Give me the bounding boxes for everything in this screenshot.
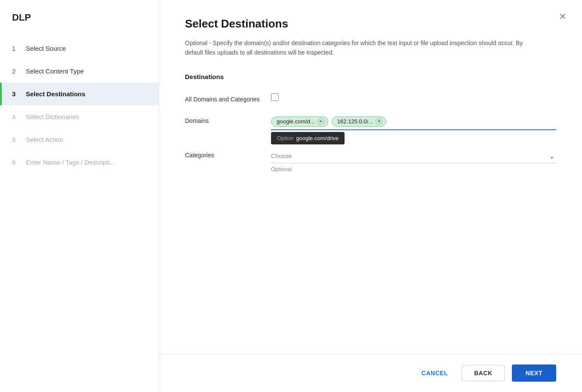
tag-chip-2-remove-icon: ✕ — [376, 118, 382, 125]
domain-suggestion-tooltip: Optiongoogle.com/drive — [271, 132, 345, 144]
tag-chip-2: 162.125.0.0/... ✕ — [332, 116, 386, 127]
tooltip-text: google.com/drive — [296, 135, 339, 141]
sidebar-item-enter-name[interactable]: 6 Enter Name / Tags / Descripti... — [0, 151, 159, 174]
main-content: ✕ Select Destinations Optional - Specify… — [159, 0, 582, 392]
sidebar-label-select-action: Select Action — [26, 136, 63, 143]
section-destinations-title: Destinations — [185, 73, 556, 84]
tag-chip-2-label: 162.125.0.0/... — [337, 118, 373, 125]
sidebar-item-select-dictionaries[interactable]: 4 Select Dictionaries — [0, 105, 159, 128]
option-label: Option — [277, 135, 293, 141]
sidebar-label-select-destinations: Select Destinations — [26, 90, 85, 98]
footer: CANCEL BACK NEXT — [159, 354, 582, 392]
optional-label: Optional — [271, 166, 556, 172]
sidebar-label-select-dictionaries: Select Dictionaries — [26, 113, 79, 120]
tag-chip-1-remove-icon: ✕ — [317, 118, 324, 125]
sidebar: DLP 1 Select Source 2 Select Content Typ… — [0, 0, 159, 392]
sidebar-item-select-action[interactable]: 5 Select Action — [0, 128, 159, 151]
categories-row: Categories Choose ⌄ Optional — [185, 149, 556, 172]
sidebar-item-select-content-type[interactable]: 2 Select Content Type — [0, 60, 159, 83]
app-title: DLP — [0, 0, 159, 37]
next-button[interactable]: NEXT — [512, 364, 556, 382]
tag-chip-2-remove[interactable]: ✕ — [376, 118, 382, 125]
sidebar-label-select-content-type: Select Content Type — [26, 67, 84, 75]
cancel-button[interactable]: CANCEL — [415, 365, 455, 381]
domains-label: Domains — [185, 115, 271, 124]
all-domains-label: All Domains and Categories — [185, 93, 271, 103]
tag-chip-1-label: google.com/d... — [277, 118, 315, 125]
modal-container: DLP 1 Select Source 2 Select Content Typ… — [0, 0, 582, 392]
sidebar-item-select-destinations[interactable]: 3 Select Destinations — [0, 83, 159, 105]
categories-select-wrapper-outer: Choose ⌄ Optional — [271, 149, 556, 172]
tag-chip-1-remove[interactable]: ✕ — [317, 118, 324, 125]
domains-row: Domains google.com/d... ✕ 162.125.0.0/..… — [185, 115, 556, 130]
step-num-2: 2 — [12, 67, 20, 75]
page-title: Select Destinations — [185, 17, 556, 31]
all-domains-checkbox[interactable] — [271, 93, 279, 101]
step-num-5: 5 — [12, 136, 20, 143]
categories-select-wrapper: Choose ⌄ — [271, 149, 556, 163]
categories-select[interactable]: Choose — [271, 149, 556, 163]
sidebar-label-enter-name: Enter Name / Tags / Descripti... — [26, 159, 115, 166]
all-domains-row: All Domains and Categories — [185, 93, 556, 103]
step-num-3: 3 — [12, 90, 20, 98]
step-num-4: 4 — [12, 113, 20, 120]
sidebar-label-select-source: Select Source — [26, 45, 66, 52]
domains-tags-input[interactable]: google.com/d... ✕ 162.125.0.0/... ✕ Opti… — [271, 115, 556, 130]
step-num-6: 6 — [12, 159, 20, 166]
back-button[interactable]: BACK — [462, 365, 505, 381]
domains-input-area-wrapper: google.com/d... ✕ 162.125.0.0/... ✕ Opti… — [271, 115, 556, 130]
categories-label: Categories — [185, 149, 271, 159]
all-domains-checkbox-wrapper — [271, 93, 556, 101]
close-button[interactable]: ✕ — [559, 12, 567, 21]
page-description: Optional - Specify the domain(s) and/or … — [185, 38, 538, 58]
tag-chip-1: google.com/d... ✕ — [271, 116, 328, 127]
step-num-1: 1 — [12, 45, 20, 52]
sidebar-item-select-source[interactable]: 1 Select Source — [0, 37, 159, 60]
